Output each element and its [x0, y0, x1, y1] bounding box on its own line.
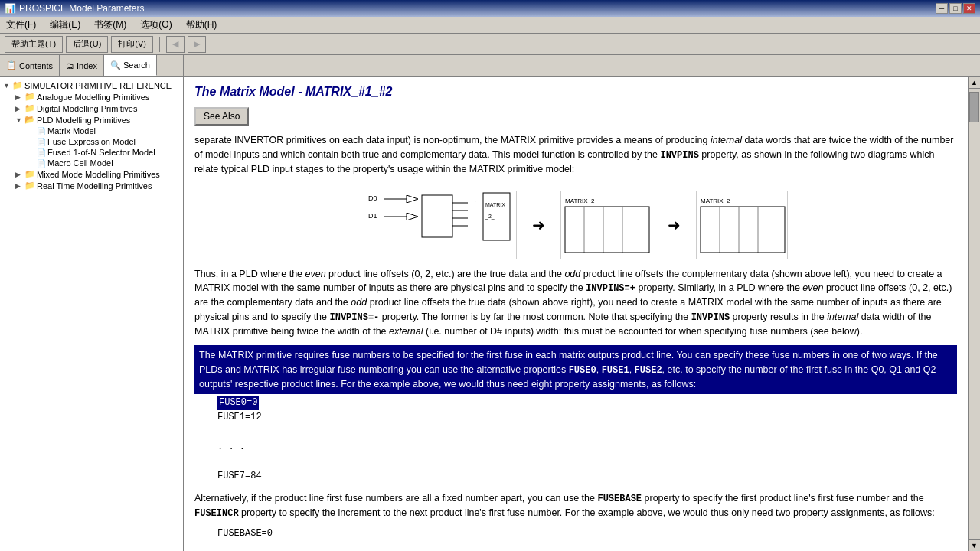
tree-item-macro[interactable]: 📄 Macro Cell Model	[0, 158, 183, 168]
tree-item-matrix[interactable]: 📄 Matrix Model	[0, 126, 183, 136]
expand-icon-realtime: ▶	[15, 182, 24, 190]
expand-icon-root: ▼	[3, 82, 12, 90]
diagram-left: D0 D1 → MATRIX _2_	[364, 191, 517, 259]
folder-icon-mixedmode: 📁	[24, 169, 35, 179]
svg-text:MATRIX_2_: MATRIX_2_	[701, 197, 734, 204]
see-also-button[interactable]: See Also	[194, 107, 249, 126]
doc-icon-macro: 📄	[37, 159, 46, 168]
print-button[interactable]: 打印(V)	[111, 36, 153, 53]
toolbar: 帮助主题(T) 后退(U) 打印(V) ◀ ▶	[0, 34, 980, 55]
minimize-btn[interactable]: ─	[936, 3, 948, 14]
svg-text:MATRIX: MATRIX	[485, 202, 505, 207]
folder-icon-pld: 📂	[24, 115, 35, 125]
tree-item-realtime[interactable]: ▶ 📁 Real Time Modelling Primitives	[0, 180, 183, 191]
help-topics-button[interactable]: 帮助主题(T)	[5, 36, 63, 53]
bold-invpins3: INVPINS=-	[330, 312, 380, 323]
bold-fuse0: FUSE0	[569, 365, 596, 376]
toolbar-separator	[159, 37, 160, 52]
tree-item-digital[interactable]: ▶ 📁 Digital Modelling Primitives	[0, 103, 183, 114]
window-controls: ─ □ ✕	[936, 3, 975, 14]
back-button[interactable]: 后退(U)	[66, 36, 108, 53]
svg-rect-16	[565, 207, 649, 253]
svg-text:D1: D1	[368, 212, 377, 220]
tree-item-analogue[interactable]: ▶ 📁 Analogue Modelling Primitives	[0, 91, 183, 103]
search-icon: 🔍	[110, 60, 121, 70]
code-block-2: FUSEBASE=0 FUSEINCR=12	[194, 527, 957, 551]
expand-icon-pld: ▼	[15, 116, 24, 124]
bold-fuse2: FUSE2	[635, 365, 662, 376]
content-header-space	[184, 55, 980, 76]
svg-marker-4	[407, 195, 418, 203]
diagram-left-result: MATRIX_2_	[560, 191, 652, 259]
close-btn[interactable]: ✕	[963, 3, 975, 14]
menu-options[interactable]: 选项(O)	[137, 17, 175, 33]
code-line-dots: . . .	[217, 440, 957, 455]
tree: ▼ 📁 SIMULATOR PRIMITIVE REFERENCE ▶ 📁 An…	[0, 77, 183, 194]
expand-icon-digital: ▶	[15, 105, 24, 112]
scroll-up-btn[interactable]: ▲	[969, 77, 980, 89]
code-line-fuse0: FUSE0=0	[217, 396, 259, 410]
code-block-1: FUSE0=0 FUSE1=12 . . . FUSE7=84	[194, 396, 957, 484]
svg-marker-5	[407, 213, 418, 220]
contents-icon: 📋	[6, 60, 17, 70]
titlebar: 📊 PROSPICE Model Parameters ─ □ ✕	[0, 0, 980, 17]
folder-icon-analogue: 📁	[24, 92, 35, 102]
folder-icon-root: 📁	[12, 80, 23, 90]
tree-item-pld[interactable]: ▼ 📂 PLD Modelling Primitives	[0, 114, 183, 126]
doc-icon-fused1ofn: 📄	[37, 148, 46, 157]
sidebar-tabs: 📋 Contents 🗂 Index 🔍 Search	[0, 55, 184, 76]
page-title: The Matrix Model - MATRIX_#1_#2	[194, 83, 957, 101]
bold-fuse1: FUSE1	[602, 365, 629, 376]
italic-even1: even	[305, 269, 326, 279]
menubar: 文件(F) 编辑(E) 书签(M) 选项(O) 帮助(H)	[0, 17, 980, 34]
sidebar: ▼ 📁 SIMULATOR PRIMITIVE REFERENCE ▶ 📁 An…	[0, 77, 184, 551]
title-text: PROSPICE Model Parameters	[19, 3, 144, 14]
tree-item-mixedmode[interactable]: ▶ 📁 Mixed Mode Modelling Primitives	[0, 168, 183, 180]
svg-text:→: →	[472, 198, 477, 204]
menu-file[interactable]: 文件(F)	[3, 17, 39, 33]
maximize-btn[interactable]: □	[949, 3, 962, 14]
main-layout: ▼ 📁 SIMULATOR PRIMITIVE REFERENCE ▶ 📁 An…	[0, 77, 980, 551]
tab-contents[interactable]: 📋 Contents	[0, 55, 60, 76]
italic-internal2: internal	[827, 311, 858, 322]
diagram-right: MATRIX_2_	[696, 191, 788, 259]
tree-item-fuse[interactable]: 📄 Fuse Expression Model	[0, 136, 183, 147]
menu-help[interactable]: 帮助(H)	[183, 17, 220, 33]
tab-index[interactable]: 🗂 Index	[60, 55, 104, 76]
nav-back-btn[interactable]: ◀	[166, 36, 185, 53]
doc-icon-fuse: 📄	[37, 138, 46, 146]
svg-rect-21	[701, 207, 785, 253]
expand-icon-mixedmode: ▶	[15, 171, 24, 178]
bold-fuseincr1: FUSEINCR	[194, 508, 239, 519]
bold-fusebase1: FUSEBASE	[597, 494, 642, 504]
arrow-icon-2: ➜	[668, 214, 681, 236]
folder-icon-realtime: 📁	[24, 181, 35, 191]
menu-bookmark[interactable]: 书签(M)	[91, 17, 129, 33]
scroll-down-btn[interactable]: ▼	[969, 539, 980, 551]
bold-invpins4: INVPINS	[691, 312, 730, 323]
nav-fwd-btn[interactable]: ▶	[188, 36, 206, 53]
italic-odd1: odd	[564, 269, 580, 279]
thus-paragraph: Thus, in a PLD where the even product li…	[194, 267, 957, 339]
italic-odd2: odd	[351, 297, 367, 308]
diagram-area: D0 D1 → MATRIX _2_ ➜	[194, 183, 957, 267]
bold-invpins1: INVPINS	[660, 150, 698, 161]
sidebar-tab-bar: 📋 Contents 🗂 Index 🔍 Search	[0, 55, 980, 77]
menu-edit[interactable]: 编辑(E)	[47, 17, 83, 33]
scrollbar-right[interactable]: ▲ ▼	[968, 77, 980, 551]
italic-internal: internal	[710, 135, 742, 145]
title-area: 📊 PROSPICE Model Parameters	[5, 3, 144, 14]
alternatively-paragraph: Alternatively, if the product line first…	[194, 491, 957, 520]
content-area[interactable]: The Matrix Model - MATRIX_#1_#2 See Also…	[184, 77, 968, 551]
tree-item-fused1ofn[interactable]: 📄 Fused 1-of-N Selector Model	[0, 147, 183, 158]
expand-icon-analogue: ▶	[15, 93, 24, 101]
svg-text:D0: D0	[368, 194, 377, 202]
italic-even2: even	[802, 282, 823, 293]
code-line-fuse7: FUSE7=84	[217, 469, 957, 484]
tab-search[interactable]: 🔍 Search	[104, 55, 157, 76]
folder-icon-digital: 📁	[24, 103, 35, 113]
code-line-fusebase: FUSEBASE=0	[217, 527, 957, 541]
tree-item-root[interactable]: ▼ 📁 SIMULATOR PRIMITIVE REFERENCE	[0, 80, 183, 91]
scroll-thumb[interactable]	[969, 92, 979, 122]
bold-invpins2: INVPINS=+	[586, 283, 635, 294]
